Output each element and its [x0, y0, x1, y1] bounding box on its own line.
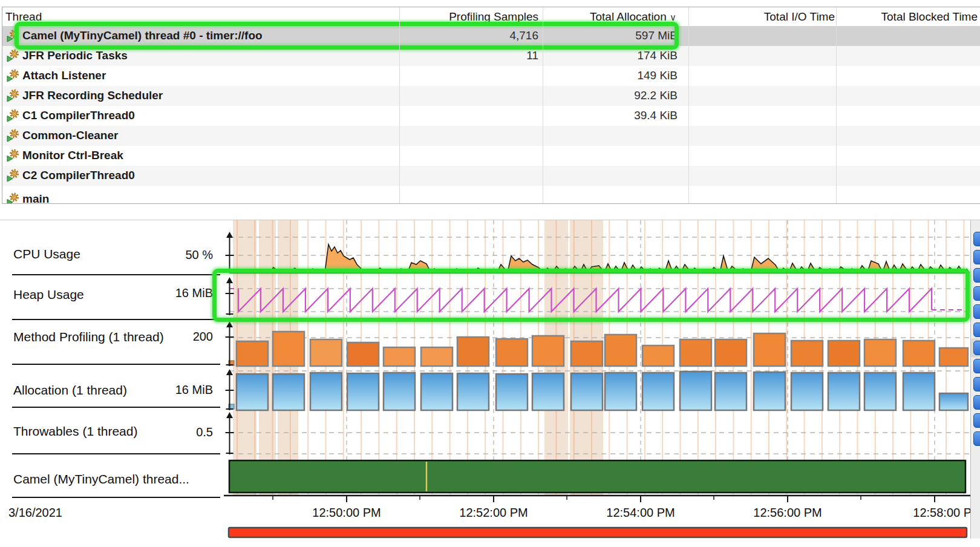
column-separator	[688, 7, 689, 203]
thread-name: main	[22, 192, 49, 204]
method-profiling-bar	[496, 339, 528, 366]
thread-name: Attach Listener	[22, 69, 106, 82]
chart-config-button[interactable]	[973, 377, 980, 391]
sort-descending-icon: ∨	[670, 12, 676, 22]
column-separator	[836, 7, 837, 203]
timeline-scrollbar[interactable]	[229, 528, 967, 537]
profiling-samples-value: 4,716	[509, 29, 538, 42]
total-allocation-value: 149 KiB	[637, 69, 678, 82]
chart-config-button[interactable]	[973, 286, 980, 301]
total-allocation-value: 39.4 KiB	[634, 109, 678, 122]
thread-name: C2 CompilerThread0	[22, 169, 135, 182]
column-header-total-allocation[interactable]: Total Allocation ∨	[590, 10, 676, 24]
column-header-total-blocked-time[interactable]: Total Blocked Time	[881, 10, 978, 24]
thread-icon	[6, 49, 19, 62]
method-profiling-bar	[864, 339, 896, 366]
table-row[interactable]: C2 CompilerThread0	[2, 166, 980, 186]
thread-icon	[6, 129, 19, 142]
chart-config-button[interactable]	[973, 341, 980, 355]
chart-config-button[interactable]	[973, 395, 980, 410]
allocation-bar	[237, 374, 268, 410]
axis-arrow-icon	[226, 277, 233, 283]
column-header-total-io-time[interactable]: Total I/O Time	[764, 10, 835, 24]
time-axis-label: 12:52:00 PM	[445, 506, 542, 520]
method-profiling-bar	[421, 347, 452, 366]
allocation-bar	[457, 373, 489, 410]
thread-activity-bar	[229, 460, 965, 493]
table-row[interactable]: Camel (MyTinyCamel) thread #0 - timer://…	[2, 26, 980, 46]
thread-table-rows: Camel (MyTinyCamel) thread #0 - timer://…	[2, 26, 980, 204]
method-profiling-bar	[532, 336, 564, 366]
allocation-bar	[642, 373, 674, 410]
thread-icon	[6, 109, 19, 122]
chart-config-button[interactable]	[973, 304, 980, 319]
allocation-bar	[754, 372, 785, 410]
method-profiling-bar	[680, 339, 711, 366]
allocation-bar	[496, 374, 528, 410]
method-profiling-bar	[571, 341, 603, 366]
table-row[interactable]: Monitor Ctrl-Break	[2, 146, 980, 166]
thread-icon	[6, 69, 19, 82]
allocation-bar	[384, 373, 415, 410]
method-profiling-bar	[939, 348, 968, 366]
chart-config-button[interactable]	[973, 323, 980, 337]
column-separator	[399, 7, 400, 203]
table-row[interactable]: main	[2, 186, 980, 204]
axis-arrow-icon	[226, 321, 233, 327]
thread-table-header: Thread Profiling Samples Total Allocatio…	[2, 7, 980, 26]
table-row[interactable]: JFR Periodic Tasks11174 KiB	[2, 46, 980, 66]
column-separator	[543, 7, 543, 203]
column-header-thread[interactable]: Thread	[5, 10, 42, 24]
thread-icon	[6, 149, 19, 162]
thread-icon	[6, 29, 19, 42]
method-profiling-bar	[273, 332, 304, 366]
time-axis-label: 12:54:00 PM	[592, 506, 689, 520]
thread-table-panel: Thread Profiling Samples Total Allocatio…	[2, 7, 980, 204]
allocation-bar	[347, 373, 379, 410]
method-profiling-bar	[457, 337, 489, 366]
chart-config-button[interactable]	[973, 250, 980, 264]
chart-config-button[interactable]	[973, 268, 980, 283]
thread-name: Monitor Ctrl-Break	[22, 149, 123, 162]
axis-arrow-icon	[226, 369, 233, 375]
column-header-profiling-samples[interactable]: Profiling Samples	[449, 10, 538, 24]
thread-name: JFR Recording Scheduler	[22, 89, 163, 102]
time-axis-label: 12:56:00 PM	[739, 506, 836, 520]
allocation-bar	[791, 373, 823, 410]
method-profiling-bar	[754, 333, 785, 366]
timeline-plot-canvas[interactable]	[0, 220, 980, 547]
method-profiling-bar	[791, 341, 823, 366]
chart-config-button[interactable]	[973, 359, 980, 373]
table-row[interactable]: Common-Cleaner	[2, 126, 980, 146]
total-allocation-value: 92.2 KiB	[634, 89, 678, 102]
axis-arrow-icon	[226, 412, 233, 418]
method-profiling-bar	[347, 342, 379, 366]
table-row[interactable]: C1 CompilerThread039.4 KiB	[2, 106, 980, 126]
allocation-bar	[571, 373, 603, 410]
method-profiling-bar	[605, 335, 636, 366]
method-profiling-bar	[642, 346, 674, 366]
column-header-total-allocation-label: Total Allocation	[590, 10, 667, 23]
thread-name: JFR Periodic Tasks	[22, 49, 128, 62]
chart-config-button[interactable]	[973, 232, 980, 246]
table-row[interactable]: Attach Listener149 KiB	[2, 66, 980, 86]
method-profiling-bar	[903, 341, 935, 366]
thread-name: C1 CompilerThread0	[22, 109, 135, 122]
total-allocation-value: 174 KiB	[637, 49, 678, 62]
allocation-bar	[680, 372, 711, 410]
allocation-bar	[310, 373, 342, 410]
allocation-bar	[903, 373, 935, 410]
thread-name: Common-Cleaner	[22, 129, 118, 142]
total-allocation-value: 597 MiB	[635, 29, 678, 42]
thread-icon	[6, 169, 19, 182]
chart-config-button[interactable]	[973, 413, 980, 428]
time-axis-label: 12:58:00 PM	[899, 506, 980, 520]
allocation-bar	[864, 373, 896, 410]
method-profiling-bar	[384, 347, 415, 366]
thread-icon	[6, 89, 19, 102]
chart-config-button[interactable]	[973, 431, 980, 446]
allocation-bar	[715, 373, 746, 410]
table-row[interactable]: JFR Recording Scheduler92.2 KiB	[2, 86, 980, 106]
allocation-bar	[421, 373, 452, 410]
method-profiling-bar	[715, 339, 746, 366]
